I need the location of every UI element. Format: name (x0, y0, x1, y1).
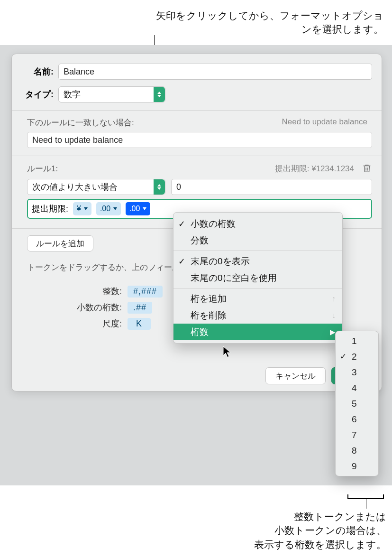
menu-separator (173, 288, 342, 288)
submenu-item-label: 5 (352, 399, 357, 409)
menu-item-label: 末尾の0に空白を使用 (191, 272, 277, 284)
trash-icon[interactable] (362, 163, 372, 174)
callout-bottom: 整数トークンまたは 小数トークンの場合は、 表示する桁数を選択します。 (190, 510, 386, 551)
legend-int-token[interactable]: #,### (128, 286, 163, 298)
submenu-item[interactable]: 3 (336, 364, 378, 380)
no-match-value: Need to update balance (32, 135, 123, 145)
menu-item-label: 分数 (191, 234, 209, 247)
menu-item[interactable]: ✓末尾の0を表示 (173, 253, 342, 270)
rule1-title: ルール1: (27, 163, 58, 174)
check-icon: ✓ (178, 256, 185, 267)
digits-submenu[interactable]: 1✓23456789 (335, 331, 379, 476)
chevron-down-icon (84, 207, 88, 210)
rule1-condition-value-input[interactable]: 0 (171, 179, 372, 195)
submenu-item[interactable]: 1 (336, 333, 378, 349)
add-rule-button[interactable]: ルールを追加 (27, 235, 93, 251)
stepper-icon (154, 87, 165, 102)
check-icon: ✓ (340, 352, 346, 362)
submenu-item[interactable]: 6 (336, 411, 378, 427)
stage-background: 名前: Balance タイプ: 数字 下のルールに一致しない場合: Need … (0, 45, 392, 485)
token-chip-currency[interactable]: ¥ (73, 202, 91, 215)
token-chip-decimal-2[interactable]: .00 (126, 202, 150, 215)
menu-item[interactable]: 分数 (173, 232, 342, 249)
chevron-down-icon (113, 207, 117, 210)
type-select[interactable]: 数字 (58, 86, 165, 102)
legend-int-label: 整数: (27, 286, 122, 297)
chevron-down-icon (143, 207, 146, 210)
stepper-icon (154, 179, 165, 195)
submenu-item[interactable]: 4 (336, 380, 378, 396)
no-match-label: 下のルールに一致しない場合: (27, 117, 134, 128)
submenu-item-label: 4 (352, 383, 357, 393)
menu-item[interactable]: 末尾の0に空白を使用 (173, 270, 342, 286)
menu-item[interactable]: 桁数▶ (173, 324, 342, 340)
type-select-value: 数字 (64, 89, 81, 100)
legend-dec-label: 小数の桁数: (27, 302, 122, 313)
name-input-value: Balance (64, 67, 94, 77)
legend-dec-token[interactable]: .## (128, 302, 152, 314)
name-input[interactable]: Balance (58, 64, 372, 80)
submenu-item-label: 3 (352, 367, 357, 378)
no-match-input[interactable]: Need to update balance (27, 132, 372, 148)
submenu-item-label: 2 (352, 352, 357, 362)
rule1-condition-select[interactable]: 次の値より大きい場合 (27, 179, 165, 195)
menu-separator (173, 251, 342, 251)
menu-item-label: 桁を削除 (191, 309, 227, 322)
type-label: タイプ: (21, 89, 58, 100)
submenu-item[interactable]: 9 (336, 458, 378, 474)
submenu-item[interactable]: 7 (336, 427, 378, 443)
submenu-item[interactable]: 5 (336, 396, 378, 411)
arrow-down-icon: ↓ (332, 311, 336, 320)
rule1-condition-value: 次の値より大きい場合 (32, 181, 118, 193)
submenu-item-label: 7 (352, 430, 357, 440)
callout-top: 矢印をクリックしてから、フォーマットオプションを選択します。 (156, 9, 383, 37)
submenu-item-label: 1 (352, 336, 357, 346)
name-label: 名前: (21, 66, 58, 77)
submenu-item-label: 6 (352, 414, 357, 425)
no-match-preview: Need to update balance (282, 117, 367, 128)
token-chip-decimal-1[interactable]: .00 (96, 202, 121, 215)
rule1-preview: 提出期限: ¥1234.1234 (275, 163, 354, 174)
check-icon: ✓ (178, 219, 185, 229)
legend-scale-label: 尺度: (27, 318, 122, 329)
menu-item[interactable]: ✓小数の桁数 (173, 215, 342, 232)
submenu-item[interactable]: 8 (336, 443, 378, 458)
token-bar-label: 提出期限: (32, 203, 68, 214)
submenu-item-label: 8 (352, 446, 357, 456)
menu-item-label: 末尾の0を表示 (191, 255, 250, 268)
menu-item[interactable]: 桁を削除↓ (173, 307, 342, 324)
cursor-icon (223, 346, 232, 358)
menu-item-label: 桁を追加 (191, 293, 227, 305)
leader-line-bottom (366, 498, 366, 509)
menu-item-label: 桁数 (191, 326, 209, 338)
submenu-item[interactable]: ✓2 (336, 349, 378, 364)
cancel-button[interactable]: キャンセル (265, 367, 326, 384)
menu-item-label: 小数の桁数 (191, 218, 236, 230)
legend-scale-token[interactable]: K (128, 318, 151, 330)
arrow-up-icon: ↑ (332, 295, 336, 303)
format-options-menu[interactable]: ✓小数の桁数分数✓末尾の0を表示末尾の0に空白を使用桁を追加↑桁を削除↓桁数▶ (173, 212, 343, 344)
menu-item[interactable]: 桁を追加↑ (173, 290, 342, 307)
rule1-condition-number: 0 (176, 182, 181, 192)
submenu-item-label: 9 (352, 461, 357, 472)
